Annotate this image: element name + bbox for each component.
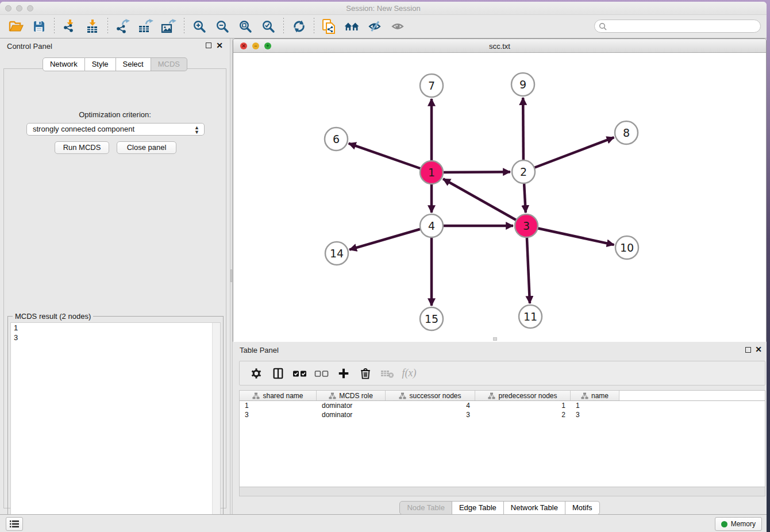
zoom-selected-icon[interactable]	[260, 18, 277, 35]
tab-mcds[interactable]: MCDS	[151, 57, 187, 71]
network-graph[interactable]: 7968124314101511	[233, 53, 766, 342]
close-panel-icon[interactable]: ✕	[216, 41, 223, 50]
save-session-icon[interactable]	[30, 18, 48, 35]
column-header-name[interactable]: name	[571, 391, 619, 400]
optimization-criterion-dropdown[interactable]: strongly connected component ▲▼	[26, 123, 205, 136]
table-scrollbar-track[interactable]	[239, 487, 765, 496]
zoom-out-icon[interactable]	[214, 18, 231, 35]
show-panels-icon[interactable]	[390, 18, 407, 35]
column-header-MCDS-role[interactable]: MCDS role	[317, 391, 386, 400]
table-row[interactable]: 1dominator411	[240, 401, 765, 410]
graph-node-11[interactable]: 11	[519, 305, 542, 328]
column-header-successor-nodes[interactable]: successor nodes	[386, 391, 475, 400]
application-window: Session: New Session	[0, 2, 767, 532]
column-header-shared-name[interactable]: shared name	[240, 391, 317, 400]
table-tab-node-table[interactable]: Node Table	[399, 501, 452, 515]
svg-text:7: 7	[428, 79, 435, 92]
column-header-label: name	[591, 392, 609, 400]
column-hierarchy-icon	[581, 392, 588, 399]
table-cell[interactable]: 3	[240, 411, 317, 419]
search-field[interactable]	[594, 20, 761, 33]
graph-node-1[interactable]: 1	[420, 161, 443, 184]
apply-function-icon[interactable]: f(x)	[401, 365, 418, 382]
table-cell[interactable]: dominator	[317, 402, 386, 410]
table-cell[interactable]: 1	[475, 402, 571, 410]
tab-network[interactable]: Network	[43, 57, 85, 71]
graph-node-14[interactable]: 14	[325, 242, 348, 265]
column-header-label: predecessor nodes	[498, 392, 557, 400]
memory-button[interactable]: Memory	[715, 517, 762, 531]
table-close-icon[interactable]: ✕	[755, 345, 762, 354]
graph-node-10[interactable]: 10	[615, 236, 638, 259]
task-history-button[interactable]	[6, 517, 23, 531]
graph-node-6[interactable]: 6	[325, 128, 348, 151]
table-cell[interactable]: 3	[571, 411, 619, 419]
clone-network-icon[interactable]	[321, 18, 338, 35]
zoom-fit-icon[interactable]	[237, 18, 254, 35]
column-header-label: shared name	[263, 392, 303, 400]
graph-edge-1-6[interactable]	[349, 144, 432, 172]
graph-node-15[interactable]: 15	[420, 307, 443, 330]
table-cell[interactable]: 2	[475, 411, 571, 419]
graph-node-3[interactable]: 3	[515, 214, 538, 237]
dropdown-value: strongly connected component	[33, 125, 134, 133]
status-bar: Memory	[0, 514, 767, 532]
column-header-predecessor-nodes[interactable]: predecessor nodes	[475, 391, 571, 400]
graph-edge-2-8[interactable]	[523, 137, 614, 172]
graph-edge-4-14[interactable]	[349, 226, 432, 250]
graph-node-7[interactable]: 7	[420, 74, 443, 97]
import-table-icon[interactable]	[84, 18, 101, 35]
mcds-result-list[interactable]: 13	[10, 322, 221, 530]
graph-node-4[interactable]: 4	[420, 214, 443, 237]
svg-text:1: 1	[428, 166, 435, 179]
refresh-layout-icon[interactable]	[290, 18, 307, 35]
table-row[interactable]: 3dominator323	[240, 410, 765, 419]
table-cell[interactable]: 3	[386, 411, 475, 419]
table-cell[interactable]: 1	[240, 402, 317, 410]
run-mcds-button[interactable]: Run MCDS	[55, 141, 109, 154]
delete-row-icon[interactable]	[357, 365, 374, 382]
table-float-icon[interactable]	[745, 347, 751, 353]
show-columns-icon[interactable]	[270, 365, 287, 382]
select-all-icon[interactable]	[291, 365, 309, 382]
graph-node-2[interactable]: 2	[512, 160, 535, 183]
open-session-icon[interactable]	[7, 18, 25, 35]
svg-text:15: 15	[425, 313, 438, 325]
deselect-all-icon[interactable]	[313, 365, 330, 382]
network-canvas[interactable]: 7968124314101511	[233, 53, 766, 342]
network-window-titlebar[interactable]: ✕ − + scc.txt	[233, 39, 766, 53]
window-titlebar[interactable]: Session: New Session	[0, 2, 767, 15]
tab-style[interactable]: Style	[85, 57, 116, 71]
graph-node-9[interactable]: 9	[511, 73, 534, 96]
import-network-icon[interactable]	[61, 18, 78, 35]
hide-panels-icon[interactable]	[367, 18, 384, 35]
memory-label: Memory	[731, 520, 756, 528]
svg-text:10: 10	[620, 241, 634, 254]
table-cell[interactable]: dominator	[317, 411, 386, 419]
svg-text:2: 2	[520, 165, 527, 178]
tab-select[interactable]: Select	[116, 57, 151, 71]
result-scrollbar[interactable]	[212, 323, 220, 530]
mcds-tab-content: Optimization criterion: strongly connect…	[3, 68, 226, 508]
export-network-icon[interactable]	[114, 18, 132, 35]
table-tab-motifs[interactable]: Motifs	[565, 501, 600, 515]
table-tab-edge-table[interactable]: Edge Table	[452, 501, 504, 515]
table-tab-network-table[interactable]: Network Table	[504, 501, 565, 515]
table-settings-icon[interactable]	[248, 365, 265, 382]
graph-node-8[interactable]: 8	[615, 121, 638, 144]
home-icon[interactable]	[344, 18, 361, 35]
export-table-icon[interactable]	[137, 18, 155, 35]
splitter-grip[interactable]	[230, 269, 232, 282]
graph-edge-3-1[interactable]	[443, 179, 526, 226]
zoom-in-icon[interactable]	[191, 18, 208, 35]
canvas-grip[interactable]	[493, 337, 497, 341]
table-cell[interactable]: 1	[571, 402, 619, 410]
close-panel-button[interactable]: Close panel	[117, 141, 176, 154]
delete-column-icon[interactable]	[379, 365, 396, 382]
table-cell[interactable]: 4	[386, 402, 475, 410]
search-input[interactable]	[610, 21, 756, 31]
graph-edge-3-10[interactable]	[526, 226, 614, 245]
float-panel-icon[interactable]	[206, 43, 211, 48]
export-image-icon[interactable]	[160, 18, 178, 35]
add-row-icon[interactable]	[335, 365, 352, 382]
